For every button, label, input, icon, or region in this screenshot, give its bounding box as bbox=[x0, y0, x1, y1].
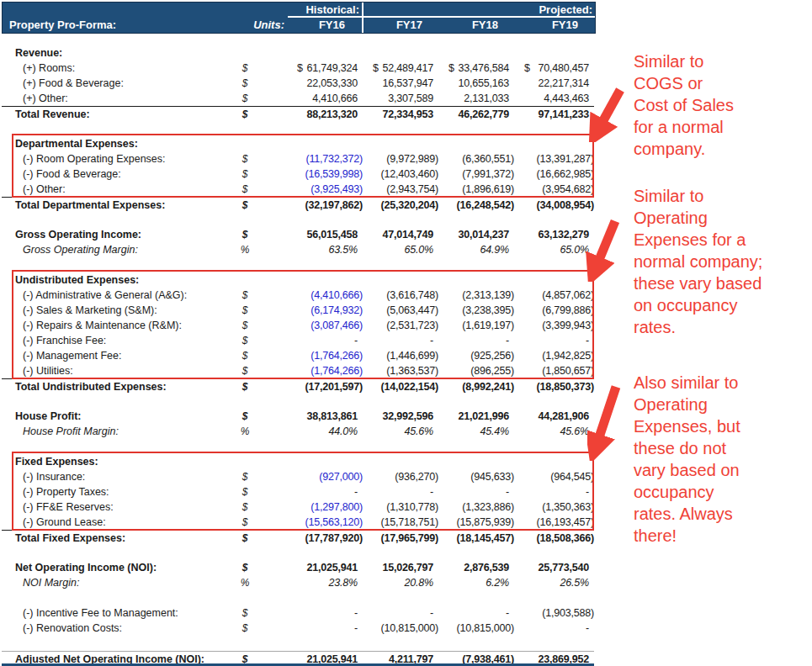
cell-fy16[interactable]: (17,201,597) bbox=[287, 381, 363, 393]
cell-fy19[interactable]: 97,141,233 bbox=[514, 108, 594, 120]
cell-fy17[interactable]: (17,965,799) bbox=[363, 532, 438, 544]
units-cell[interactable]: % bbox=[227, 426, 263, 437]
column-header-fy18[interactable]: FY18 bbox=[439, 18, 515, 33]
cell-fy19[interactable]: (4,857,062) bbox=[514, 289, 594, 301]
cell-fy19[interactable]: (1,350,363) bbox=[514, 501, 594, 513]
cell-fy18[interactable]: 64.9% bbox=[438, 244, 514, 256]
units-cell[interactable]: $ bbox=[227, 320, 263, 331]
row-label[interactable]: Total Undistributed Expenses: bbox=[2, 381, 227, 393]
cell-fy18[interactable]: 10,655,163 bbox=[438, 77, 514, 89]
cell-fy19[interactable]: (34,008,954) bbox=[514, 199, 594, 211]
units-cell[interactable]: $ bbox=[227, 108, 263, 120]
units-cell[interactable]: $ bbox=[227, 607, 263, 619]
cell-fy17[interactable]: 47,014,749 bbox=[363, 229, 438, 240]
row-label[interactable]: (-) Insurance: bbox=[2, 471, 227, 483]
cell-fy17[interactable]: 16,537,947 bbox=[363, 77, 438, 89]
units-cell[interactable]: $ bbox=[227, 471, 263, 483]
cell-fy16[interactable]: (927,000) bbox=[287, 471, 363, 483]
units-cell[interactable]: $ bbox=[227, 501, 263, 513]
row-label[interactable]: (-) Ground Lease: bbox=[2, 516, 227, 528]
units-cell[interactable]: $ bbox=[227, 516, 263, 528]
units-cell[interactable]: $ bbox=[227, 532, 263, 544]
cell-fy17[interactable]: (10,815,000) bbox=[363, 622, 438, 634]
cell-fy17[interactable]: 45.6% bbox=[363, 426, 438, 437]
cell-fy18[interactable]: (10,815,000) bbox=[438, 622, 514, 634]
row-label[interactable]: (-) Utilities: bbox=[2, 365, 227, 377]
cell-fy18[interactable]: (1,896,619) bbox=[438, 183, 514, 195]
cell-fy18[interactable]: (16,248,542) bbox=[438, 199, 514, 211]
cell-fy18[interactable]: (945,633) bbox=[438, 471, 514, 483]
units-cell[interactable]: $ bbox=[227, 229, 263, 240]
cell-fy16[interactable]: (32,197,862) bbox=[287, 199, 363, 211]
cell-fy18[interactable]: - bbox=[438, 486, 514, 498]
cell-fy16[interactable]: (6,174,932) bbox=[287, 304, 363, 316]
cell-fy16[interactable]: (1,297,800) bbox=[287, 501, 363, 513]
row-label[interactable]: NOI Margin: bbox=[2, 577, 227, 589]
cell-fy17[interactable]: (9,972,989) bbox=[363, 153, 438, 165]
cell-fy17[interactable]: 72,334,953 bbox=[363, 108, 438, 120]
units-cell[interactable]: $ bbox=[227, 289, 263, 301]
cell-fy17[interactable]: 32,992,596 bbox=[363, 410, 438, 422]
cell-fy19[interactable]: $70,480,457 bbox=[514, 62, 594, 74]
row-label[interactable]: (-) FF&E Reserves: bbox=[2, 501, 227, 513]
units-cell[interactable]: $ bbox=[227, 486, 263, 498]
cell-fy16[interactable]: - bbox=[287, 607, 363, 619]
cell-fy19[interactable]: (16,662,985) bbox=[514, 168, 594, 180]
cell-fy19[interactable]: (16,193,457) bbox=[514, 516, 594, 528]
cell-fy16[interactable]: - bbox=[287, 622, 363, 634]
cell-fy19[interactable]: (1,850,657) bbox=[514, 365, 594, 377]
cell-fy16[interactable]: - bbox=[287, 335, 363, 346]
column-header-fy16[interactable]: FY16 bbox=[288, 18, 364, 33]
column-header-fy17[interactable]: FY17 bbox=[364, 18, 439, 33]
cell-fy17[interactable]: (1,446,699) bbox=[363, 350, 438, 362]
units-cell[interactable]: $ bbox=[227, 410, 263, 422]
units-cell[interactable]: $ bbox=[227, 622, 263, 634]
cell-fy19[interactable]: 26.5% bbox=[514, 577, 594, 589]
units-cell[interactable]: $ bbox=[227, 183, 263, 195]
cell-fy18[interactable]: (2,313,139) bbox=[438, 289, 514, 301]
units-cell[interactable]: $ bbox=[227, 365, 263, 377]
units-cell[interactable]: $ bbox=[227, 381, 263, 393]
cell-fy16[interactable]: 4,410,666 bbox=[287, 92, 363, 104]
row-label[interactable]: (-) Franchise Fee: bbox=[2, 335, 227, 346]
cell-fy16[interactable]: (1,764,266) bbox=[287, 365, 363, 377]
cell-fy16[interactable]: 23.8% bbox=[287, 577, 363, 589]
cell-fy18[interactable]: 30,014,237 bbox=[438, 229, 514, 240]
cell-fy17[interactable]: $52,489,417 bbox=[363, 62, 438, 74]
cell-fy16[interactable]: 22,053,330 bbox=[287, 77, 363, 89]
cell-fy16[interactable]: 63.5% bbox=[287, 244, 363, 256]
cell-fy16[interactable]: (1,764,266) bbox=[287, 350, 363, 362]
row-label[interactable]: (-) Renovation Costs: bbox=[2, 622, 227, 634]
cell-fy16[interactable]: - bbox=[287, 486, 363, 498]
row-label[interactable]: (-) Room Operating Expenses: bbox=[2, 153, 227, 165]
cell-fy19[interactable]: (1,903,588) bbox=[514, 607, 594, 619]
row-label[interactable]: (-) Sales & Marketing (S&M): bbox=[2, 304, 227, 316]
cell-fy19[interactable]: - bbox=[514, 335, 594, 346]
row-label[interactable]: (-) Other: bbox=[2, 183, 227, 195]
cell-fy18[interactable]: 6.2% bbox=[438, 577, 514, 589]
cell-fy16[interactable]: 38,813,861 bbox=[287, 410, 363, 422]
row-label[interactable]: (-) Administrative & General (A&G): bbox=[2, 289, 227, 301]
row-label[interactable]: (-) Property Taxes: bbox=[2, 486, 227, 498]
row-label[interactable]: Total Fixed Expenses: bbox=[2, 532, 227, 544]
cell-fy16[interactable]: (16,539,998) bbox=[287, 168, 363, 180]
units-cell[interactable]: $ bbox=[227, 562, 263, 574]
units-cell[interactable]: $ bbox=[227, 335, 263, 346]
cell-fy19[interactable]: 65.0% bbox=[514, 244, 594, 256]
cell-fy17[interactable]: - bbox=[363, 486, 438, 498]
row-label[interactable]: House Profit: bbox=[2, 410, 227, 422]
units-cell[interactable]: $ bbox=[227, 199, 263, 211]
cell-fy19[interactable]: (1,942,825) bbox=[514, 350, 594, 362]
cell-fy17[interactable]: 15,026,797 bbox=[363, 562, 438, 574]
row-label[interactable]: (-) Repairs & Maintenance (R&M): bbox=[2, 320, 227, 331]
units-cell[interactable]: $ bbox=[227, 304, 263, 316]
cell-fy18[interactable]: (1,323,886) bbox=[438, 501, 514, 513]
row-label[interactable]: Revenue: bbox=[2, 47, 227, 59]
row-label[interactable]: (-) Incentive Fee to Management: bbox=[2, 607, 227, 619]
cell-fy19[interactable]: 4,443,463 bbox=[514, 92, 594, 104]
row-label[interactable]: House Profit Margin: bbox=[2, 426, 227, 437]
cell-fy17[interactable]: 65.0% bbox=[363, 244, 438, 256]
cell-fy17[interactable]: - bbox=[363, 335, 438, 346]
row-label[interactable]: Fixed Expenses: bbox=[2, 456, 227, 468]
row-label[interactable]: Undistributed Expenses: bbox=[2, 274, 227, 286]
